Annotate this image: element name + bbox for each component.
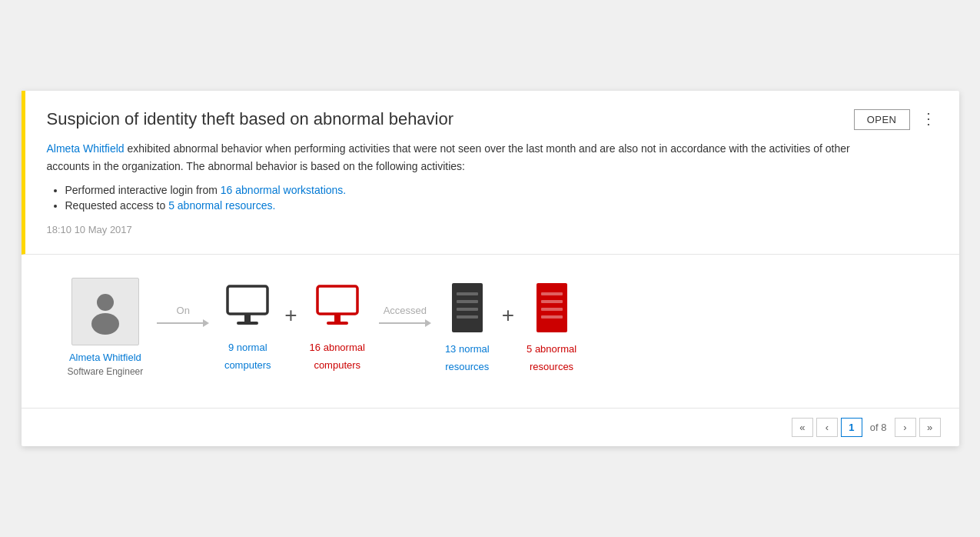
- accessed-arrowhead: [425, 319, 431, 327]
- on-arrow-line: [157, 322, 203, 324]
- normal-computers-label: computers: [224, 359, 271, 371]
- abnormal-resources-count: 5 abnormal: [527, 343, 576, 355]
- normal-resources-label: resources: [445, 361, 489, 372]
- user-link[interactable]: Almeta Whitfield: [47, 142, 125, 155]
- svg-rect-10: [457, 300, 478, 303]
- svg-rect-11: [457, 308, 478, 311]
- abnormal-resource-icon: [530, 282, 573, 337]
- svg-rect-16: [541, 308, 563, 311]
- abnormal-resources-label: resources: [530, 361, 573, 372]
- accessed-label: Accessed: [384, 305, 427, 316]
- accessed-connector: Accessed: [365, 305, 445, 327]
- normal-monitor-svg: [223, 283, 272, 332]
- more-options-button[interactable]: ⋮: [916, 109, 941, 128]
- abnormal-computers-entity: 16 abnormal computers: [310, 283, 365, 371]
- alert-description: Almeta Whitfield exhibited abnormal beha…: [47, 140, 854, 175]
- normal-resources-entity: 13 normal resources: [445, 282, 490, 372]
- svg-rect-4: [237, 322, 258, 325]
- on-arrow: [157, 319, 209, 327]
- total-pages-label: of 8: [865, 422, 892, 433]
- normal-computers-entity: 9 normal computers: [223, 283, 272, 371]
- svg-point-0: [97, 294, 114, 311]
- accessed-arrow-line: [379, 322, 425, 324]
- alert-card: Suspicion of identity theft based on abn…: [22, 91, 959, 446]
- svg-rect-14: [541, 292, 563, 295]
- svg-rect-3: [244, 314, 251, 322]
- normal-resource-svg: [446, 282, 489, 334]
- abnormal-resources-entity: 5 abnormal resources: [527, 282, 576, 372]
- abnormal-computer-icon: [313, 283, 362, 335]
- normal-resource-icon: [446, 282, 489, 337]
- svg-rect-17: [541, 315, 563, 319]
- activity-2-prefix: Requested access to: [65, 199, 169, 212]
- last-page-button[interactable]: »: [919, 418, 941, 437]
- description-text: exhibited abnormal behavior when perform…: [47, 142, 850, 172]
- svg-rect-2: [228, 286, 267, 314]
- user-name-label[interactable]: Almeta Whitfield: [69, 352, 141, 363]
- timestamp: 18:10 10 May 2017: [47, 224, 854, 235]
- alert-header-section: Suspicion of identity theft based on abn…: [22, 91, 959, 255]
- on-connector: On: [143, 305, 223, 327]
- svg-point-1: [91, 313, 119, 335]
- activity-item-2: Requested access to 5 abnormal resources…: [65, 199, 854, 212]
- plus-sign-1: +: [272, 303, 309, 328]
- first-page-button[interactable]: «: [792, 418, 813, 437]
- plus-sign-2: +: [490, 303, 527, 328]
- normal-computers-count: 9 normal: [228, 342, 267, 353]
- alert-title: Suspicion of identity theft based on abn…: [47, 109, 854, 129]
- activity-item-1: Performed interactive login from 16 abno…: [65, 184, 854, 196]
- top-actions: OPEN ⋮: [854, 109, 941, 235]
- user-avatar: [71, 278, 139, 345]
- user-avatar-icon: [85, 289, 126, 335]
- open-button[interactable]: OPEN: [854, 109, 910, 130]
- svg-rect-12: [457, 315, 478, 319]
- activity-1-prefix: Performed interactive login from: [65, 184, 221, 196]
- normal-resources-count: 13 normal: [445, 343, 490, 355]
- on-label: On: [177, 305, 190, 316]
- on-arrowhead: [203, 319, 209, 327]
- svg-rect-9: [457, 292, 478, 295]
- svg-rect-5: [317, 286, 357, 314]
- user-entity: Almeta Whitfield Software Engineer: [68, 278, 144, 377]
- abnormal-resource-svg: [530, 282, 573, 334]
- abnormal-monitor-svg: [313, 283, 362, 332]
- activity-2-link[interactable]: 5 abnormal resources.: [168, 199, 275, 212]
- abnormal-computers-count: 16 abnormal: [310, 342, 365, 353]
- svg-rect-7: [327, 322, 348, 325]
- svg-rect-15: [541, 300, 563, 303]
- abnormal-computers-label: computers: [314, 359, 360, 371]
- next-page-button[interactable]: ›: [895, 418, 916, 437]
- user-role-label: Software Engineer: [68, 366, 144, 377]
- prev-page-button[interactable]: ‹: [816, 418, 838, 437]
- activity-1-link[interactable]: 16 abnormal workstations.: [221, 184, 346, 196]
- svg-rect-6: [334, 314, 341, 322]
- current-page-button[interactable]: 1: [841, 418, 862, 437]
- normal-computer-icon: [223, 283, 272, 335]
- accessed-arrow: [379, 319, 431, 327]
- pagination-bar: « ‹ 1 of 8 › »: [22, 408, 959, 446]
- alert-content: Suspicion of identity theft based on abn…: [47, 109, 854, 235]
- visualization-section: Almeta Whitfield Software Engineer On: [22, 255, 959, 408]
- activities-list: Performed interactive login from 16 abno…: [65, 184, 854, 212]
